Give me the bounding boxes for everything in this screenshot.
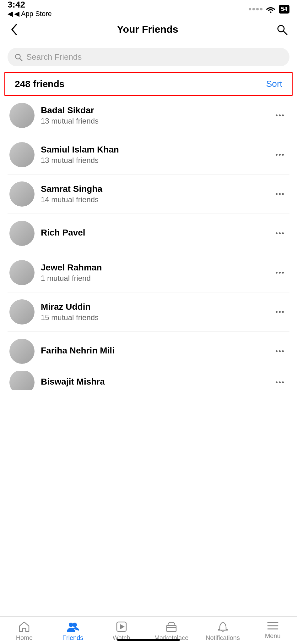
avatar — [9, 181, 35, 207]
svg-point-19 — [282, 272, 284, 274]
svg-point-14 — [276, 232, 278, 234]
back-arrow-icon: ◀ — [8, 10, 13, 18]
svg-point-30 — [73, 623, 77, 627]
friend-list-item[interactable]: Fariha Nehrin Mili — [8, 332, 289, 371]
avatar — [9, 339, 35, 364]
svg-point-7 — [282, 114, 284, 116]
svg-point-24 — [279, 350, 281, 352]
friend-list-item[interactable]: Biswajit Mishra — [8, 371, 289, 390]
svg-point-0 — [270, 12, 271, 13]
friend-info: Samrat Singha14 mutual friends — [41, 184, 266, 204]
more-options-button[interactable] — [272, 147, 288, 163]
avatar — [9, 221, 35, 246]
friends-list: Badal Sikdar13 mutual friendsSamiul Isla… — [0, 96, 297, 390]
svg-point-9 — [279, 154, 281, 156]
more-options-button[interactable] — [272, 186, 288, 202]
nav-item-notifications[interactable]: Notifications — [206, 621, 240, 641]
search-button[interactable] — [276, 24, 288, 35]
svg-point-17 — [276, 272, 278, 274]
nav-item-watch[interactable]: Watch — [106, 621, 137, 641]
status-left: 3:42 ◀ ◀ App Store — [8, 0, 52, 18]
svg-point-26 — [276, 381, 278, 383]
status-time: 3:42 — [8, 0, 52, 9]
more-options-button[interactable] — [272, 375, 288, 390]
nav-item-friends[interactable]: Friends — [57, 621, 89, 641]
friend-name: Samiul Islam Khan — [41, 145, 266, 155]
svg-point-15 — [279, 232, 281, 234]
friend-name: Fariha Nehrin Mili — [41, 346, 266, 356]
home-indicator — [117, 639, 180, 641]
svg-rect-33 — [167, 625, 176, 631]
signal-icon — [249, 8, 262, 10]
friend-info: Miraz Uddin15 mutual friends — [41, 302, 266, 322]
svg-line-2 — [284, 31, 287, 35]
battery-icon: 54 — [279, 5, 289, 14]
svg-point-10 — [282, 154, 284, 156]
nav-item-menu[interactable]: Menu — [257, 621, 289, 640]
more-options-button[interactable] — [272, 225, 288, 241]
friend-mutual: 14 mutual friends — [41, 195, 266, 204]
more-options-button[interactable] — [272, 265, 288, 280]
page-title: Your Friends — [117, 24, 178, 35]
friend-list-item[interactable]: Samiul Islam Khan13 mutual friends — [8, 135, 289, 175]
nav-item-marketplace[interactable]: Marketplace — [154, 621, 188, 641]
friend-info: Samiul Islam Khan13 mutual friends — [41, 145, 266, 165]
friend-mutual: 13 mutual friends — [41, 156, 266, 165]
friend-info: Biswajit Mishra — [41, 377, 266, 388]
friend-name: Rich Pavel — [41, 228, 266, 238]
more-options-button[interactable] — [272, 343, 288, 359]
svg-point-11 — [276, 193, 278, 195]
svg-point-27 — [279, 381, 281, 383]
avatar — [9, 260, 35, 285]
friend-info: Fariha Nehrin Mili — [41, 346, 266, 357]
search-placeholder: Search Friends — [26, 52, 82, 62]
svg-point-5 — [276, 114, 278, 116]
friend-name: Badal Sikdar — [41, 105, 266, 115]
marketplace-icon — [166, 621, 177, 632]
sort-button[interactable]: Sort — [266, 79, 282, 89]
home-icon — [19, 621, 30, 632]
svg-point-20 — [276, 311, 278, 313]
friends-icon — [67, 621, 79, 632]
svg-point-6 — [279, 114, 281, 116]
wifi-icon — [266, 5, 276, 13]
friends-label: Friends — [62, 634, 84, 641]
svg-marker-32 — [120, 624, 125, 629]
friend-list-item[interactable]: Miraz Uddin15 mutual friends — [8, 292, 289, 332]
svg-point-29 — [69, 623, 73, 627]
nav-header: Your Friends — [0, 17, 297, 42]
menu-icon — [267, 621, 278, 630]
friend-list-item[interactable]: Jewel Rahman1 mutual friend — [8, 253, 289, 292]
svg-line-4 — [20, 58, 22, 61]
friend-name: Miraz Uddin — [41, 302, 266, 312]
more-options-button[interactable] — [272, 304, 288, 320]
svg-point-23 — [276, 350, 278, 352]
svg-point-12 — [279, 193, 281, 195]
notifications-label: Notifications — [206, 634, 240, 641]
search-bar[interactable]: Search Friends — [8, 48, 289, 66]
app-store-back[interactable]: ◀ ◀ App Store — [8, 10, 52, 18]
avatar — [9, 103, 35, 128]
friend-info: Badal Sikdar13 mutual friends — [41, 105, 266, 125]
svg-point-25 — [282, 350, 284, 352]
friend-name: Jewel Rahman — [41, 263, 266, 273]
svg-point-18 — [279, 272, 281, 274]
friend-mutual: 1 mutual friend — [41, 274, 266, 283]
avatar — [9, 371, 35, 390]
status-right: 54 — [249, 5, 289, 14]
friend-list-item[interactable]: Badal Sikdar13 mutual friends — [8, 96, 289, 135]
status-bar: 3:42 ◀ ◀ App Store 54 — [0, 0, 297, 17]
nav-item-home[interactable]: Home — [8, 621, 40, 641]
friends-count-row: 248 friends Sort — [4, 72, 293, 96]
friend-list-item[interactable]: Rich Pavel — [8, 214, 289, 253]
friend-list-item[interactable]: Samrat Singha14 mutual friends — [8, 175, 289, 214]
back-button[interactable] — [9, 23, 19, 36]
search-icon — [14, 53, 23, 61]
friend-mutual: 15 mutual friends — [41, 313, 266, 322]
search-bar-container: Search Friends — [0, 42, 297, 72]
more-options-button[interactable] — [272, 108, 288, 123]
svg-point-22 — [282, 311, 284, 313]
friend-mutual: 13 mutual friends — [41, 117, 266, 125]
avatar — [9, 299, 35, 325]
watch-icon — [116, 621, 127, 632]
